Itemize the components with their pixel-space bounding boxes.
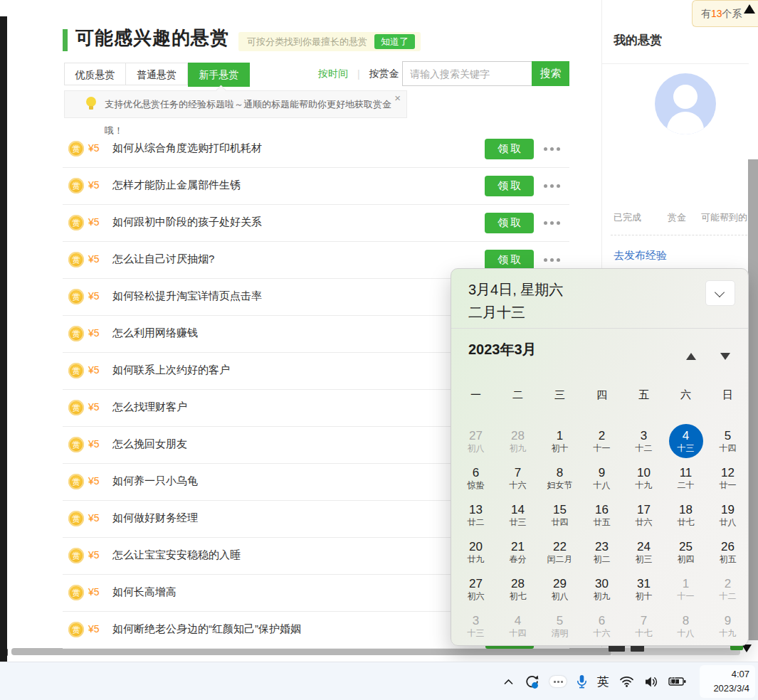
weekday-label: 五	[623, 388, 665, 402]
calendar-day[interactable]: 6惊蛰	[455, 460, 497, 497]
calendar-day[interactable]: 14廿三	[497, 497, 539, 534]
volume-icon[interactable]	[644, 676, 658, 688]
search-input[interactable]	[402, 61, 535, 86]
calendar-day[interactable]: 2十二	[707, 571, 749, 608]
sort-by-time[interactable]: 按时间	[318, 68, 348, 80]
calendar-day[interactable]: 19廿八	[707, 497, 749, 534]
reward-coin-icon: 赏	[68, 474, 84, 489]
calendar-month-label[interactable]: 2023年3月	[468, 340, 537, 359]
calendar-prev-month-icon[interactable]	[686, 353, 696, 360]
bounty-title-link[interactable]: 怎么挽回女朋友	[112, 438, 187, 451]
day-number: 10	[637, 465, 651, 480]
more-options-icon[interactable]	[544, 258, 560, 262]
calendar-day[interactable]: 8妇女节	[539, 460, 581, 497]
bounty-title-link[interactable]: 如何养一只小乌龟	[112, 474, 198, 488]
calendar-day[interactable]: 9十九	[707, 608, 749, 645]
sort-by-reward[interactable]: 按赏金	[369, 68, 399, 80]
calendar-day[interactable]: 16廿五	[581, 497, 623, 534]
tray-overflow-chevron-icon[interactable]	[503, 678, 514, 686]
calendar-day[interactable]: 3十二	[623, 423, 665, 460]
calendar-day[interactable]: 5十四	[707, 423, 749, 460]
calendar-day[interactable]: 5清明	[539, 608, 581, 645]
claim-button[interactable]: 领取	[485, 213, 534, 233]
got-it-button[interactable]: 知道了	[374, 34, 415, 49]
calendar-day[interactable]: 9十八	[581, 460, 623, 497]
calendar-day-inner: 19廿八	[710, 497, 747, 533]
taskbar-clock[interactable]: 4:07 2023/3/4	[700, 665, 755, 698]
bounty-title-link[interactable]: 如何从综合角度选购打印机耗材	[112, 142, 262, 155]
calendar-next-month-icon[interactable]	[720, 353, 730, 360]
calendar-day[interactable]: 6十六	[581, 608, 623, 645]
calendar-collapse-button[interactable]	[705, 280, 735, 306]
calendar-day[interactable]: 31初十	[623, 571, 665, 608]
stat-reward[interactable]: 赏金	[668, 212, 686, 223]
calendar-day[interactable]: 28初九	[497, 423, 539, 460]
bounty-title-link[interactable]: 怎样才能防止金属部件生锈	[112, 179, 241, 192]
bounty-title-link[interactable]: 怎么找理财客户	[112, 401, 187, 414]
calendar-day[interactable]: 7十七	[623, 608, 665, 645]
bounty-title-link[interactable]: 如何做好财务经理	[112, 511, 198, 525]
calendar-day[interactable]: 28初七	[497, 571, 539, 608]
more-options-icon[interactable]	[544, 221, 560, 225]
bounty-title-link[interactable]: 怎么让宝宝安安稳稳的入睡	[112, 548, 241, 562]
tray-pill-icon[interactable]	[549, 676, 567, 687]
calendar-day[interactable]: 8十八	[665, 608, 707, 645]
bounty-title-link[interactable]: 如何联系上次约好的客户	[112, 364, 230, 377]
calendar-day[interactable]: 13廿二	[455, 497, 497, 534]
stat-may-help[interactable]: 可能帮到的	[701, 212, 747, 223]
more-options-icon[interactable]	[544, 147, 560, 151]
reward-amount: ¥5	[88, 549, 100, 561]
bounty-title-link[interactable]: 如何长高增高	[112, 585, 177, 599]
calendar-day[interactable]: 24初三	[623, 534, 665, 571]
sync-status-icon[interactable]	[524, 674, 539, 689]
claim-button[interactable]: 领取	[485, 139, 534, 159]
calendar-day[interactable]: 21春分	[497, 534, 539, 571]
wifi-icon[interactable]	[619, 676, 634, 687]
stat-completed[interactable]: 已完成	[614, 212, 641, 223]
calendar-day[interactable]: 18廿七	[665, 497, 707, 534]
claim-button[interactable]: 领取	[485, 176, 534, 196]
claim-button[interactable]: 领取	[485, 250, 534, 270]
bounty-title-link[interactable]: 如何轻松提升淘宝详情页点击率	[112, 290, 262, 303]
calendar-day[interactable]: 25初四	[665, 534, 707, 571]
calendar-day[interactable]: 22闰二月	[539, 534, 581, 571]
horizontal-scrollbar-thumb[interactable]	[11, 648, 612, 655]
input-language-indicator[interactable]: 英	[597, 674, 609, 690]
bounty-title-link[interactable]: 如何跟初中阶段的孩子处好关系	[112, 216, 262, 229]
search-button[interactable]: 搜索	[532, 61, 569, 86]
calendar-day[interactable]: 1十一	[665, 571, 707, 608]
bounty-title-link[interactable]: 怎么让自己讨厌抽烟?	[112, 253, 214, 266]
battery-charging-icon[interactable]	[668, 677, 687, 686]
notice-close-icon[interactable]: ×	[394, 92, 401, 104]
calendar-day[interactable]: 20廿九	[455, 534, 497, 571]
calendar-day[interactable]: 15廿四	[539, 497, 581, 534]
calendar-day[interactable]: 2十一	[581, 423, 623, 460]
avatar[interactable]	[655, 73, 716, 134]
calendar-day[interactable]: 17廿六	[623, 497, 665, 534]
calendar-day[interactable]: 10十九	[623, 460, 665, 497]
calendar-day-selected[interactable]: 4十三	[665, 423, 707, 460]
calendar-day[interactable]: 4十四	[497, 608, 539, 645]
bounty-title-link[interactable]: 如何断绝老公身边的“红颜知己”保护婚姻	[112, 622, 301, 636]
calendar-day[interactable]: 30初九	[581, 571, 623, 608]
publish-experience-link[interactable]: 去发布经验	[614, 249, 667, 262]
calendar-day[interactable]: 12廿一	[707, 460, 749, 497]
more-options-icon[interactable]	[544, 184, 560, 188]
calendar-day[interactable]: 7十六	[497, 460, 539, 497]
calendar-day[interactable]: 1初十	[539, 423, 581, 460]
day-lunar-label: 初五	[720, 554, 737, 565]
tab-优质悬赏[interactable]: 优质悬赏	[64, 63, 126, 85]
calendar-day[interactable]: 29初八	[539, 571, 581, 608]
calendar-day[interactable]: 23初二	[581, 534, 623, 571]
vertical-scrollbar-thumb[interactable]	[748, 159, 758, 640]
calendar-day[interactable]: 27初八	[455, 423, 497, 460]
calendar-day[interactable]: 27初六	[455, 571, 497, 608]
calendar-day[interactable]: 26初五	[707, 534, 749, 571]
tab-新手悬赏[interactable]: 新手悬赏	[188, 63, 250, 87]
bounty-title-link[interactable]: 怎么利用网络赚钱	[112, 327, 198, 340]
calendar-day[interactable]: 3十三	[455, 608, 497, 645]
calendar-day[interactable]: 11二十	[665, 460, 707, 497]
microphone-icon[interactable]	[577, 674, 587, 689]
tab-普通悬赏[interactable]: 普通悬赏	[126, 63, 188, 85]
scroll-up-arrow-icon[interactable]	[744, 4, 755, 14]
